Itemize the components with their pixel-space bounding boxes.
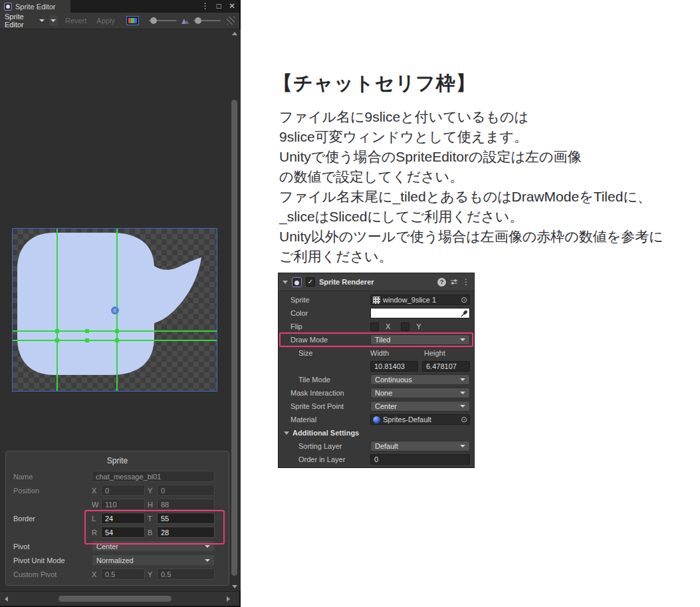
slice-guide-left[interactable] [57, 229, 58, 391]
apply-button[interactable]: Apply [94, 17, 118, 25]
sorting-layer-row: Sorting Layer Default [281, 439, 471, 453]
help-icon[interactable]: ? [437, 278, 446, 287]
scroll-left-icon[interactable] [5, 596, 8, 602]
grid-toggle-icon[interactable] [227, 17, 235, 25]
preset-icon[interactable] [450, 278, 458, 286]
slice-handle[interactable] [85, 338, 89, 342]
chevron-down-icon [460, 338, 465, 341]
pivot-dropdown[interactable]: Center [92, 541, 215, 552]
slice-handle[interactable] [55, 338, 59, 342]
instructions-line: 9slice可変ウィンドウとして使えます。 [279, 127, 663, 147]
size-height-field[interactable]: 6.478107 [422, 361, 470, 372]
sorting-layer-dropdown[interactable]: Default [370, 441, 470, 451]
tile-mode-row: Tile Mode Continuous [281, 373, 471, 386]
custom-pivot-y-field[interactable]: 0.5 [157, 568, 215, 580]
mode-dropdown[interactable]: Sprite Editor [5, 13, 45, 29]
flip-y-checkbox[interactable] [401, 322, 409, 331]
order-in-layer-row: Order in Layer 0 [281, 453, 471, 466]
draw-mode-dropdown[interactable]: Tiled [370, 334, 470, 345]
scroll-down-icon[interactable] [232, 585, 237, 588]
instructions-line: Unity以外のツールで使う場合は左画像の赤枠の数値を参考に [279, 227, 663, 247]
toolbar: Sprite Editor Revert Apply [0, 13, 239, 29]
pivot-handle[interactable] [111, 306, 119, 314]
object-picker-icon[interactable]: ⊙ [461, 416, 467, 424]
position-row-1: Position X 0 Y 0 [13, 485, 215, 496]
slider-knob[interactable] [195, 17, 201, 24]
inspector-body: Sprite window_9slice 1 ⊙ Color [279, 291, 474, 469]
titlebar: Sprite Editor ⋮ □ ✕ [0, 0, 239, 13]
sprite-sort-point-row: Sprite Sort Point Center [281, 400, 471, 413]
more-icon[interactable]: ⋮ [201, 0, 209, 13]
border-bottom-field[interactable]: 28 [157, 527, 215, 538]
sprite-renderer-icon [292, 277, 302, 287]
vertical-scrollbar[interactable] [229, 29, 240, 591]
slice-handle[interactable] [115, 329, 119, 333]
tile-mode-dropdown[interactable]: Continuous [370, 374, 470, 385]
material-object-field[interactable]: Sprites-Default ⊙ [370, 414, 470, 425]
instructions-line: _sliceはSlicedにしてご利用ください。 [279, 207, 663, 227]
size-labels-row: Size Width Height [281, 346, 471, 360]
custom-pivot-x-field[interactable]: 0.5 [101, 568, 145, 580]
horizontal-scrollbar-thumb[interactable] [58, 596, 172, 602]
chevron-down-icon [51, 19, 56, 22]
page: Sprite Editor ⋮ □ ✕ Sprite Editor Revert… [0, 0, 700, 607]
border-row-2: R 54 B 28 [13, 527, 215, 538]
slice-handle[interactable] [115, 338, 119, 342]
alpha-slider[interactable] [149, 20, 177, 21]
more-icon[interactable]: ⋮ [462, 277, 470, 287]
enabled-checkbox[interactable]: ✓ [306, 277, 315, 287]
slice-handle[interactable] [55, 329, 59, 333]
chevron-down-icon [460, 405, 465, 408]
position-row-2: W 110 H 88 [13, 499, 215, 510]
height-field[interactable]: 88 [157, 499, 215, 510]
name-field[interactable]: chat_message_bl01 [92, 471, 215, 482]
border-top-field[interactable]: 55 [157, 513, 215, 524]
sprite-sort-point-dropdown[interactable]: Center [370, 401, 470, 412]
flip-x-checkbox[interactable] [370, 322, 379, 331]
foldout-icon[interactable] [284, 431, 289, 435]
sprite-thumbnail-icon [373, 297, 380, 304]
close-icon[interactable]: ✕ [229, 0, 235, 13]
material-row: Material Sprites-Default ⊙ [281, 413, 471, 426]
inspector-header: ✓ Sprite Renderer ? ⋮ [279, 273, 474, 291]
scroll-right-icon[interactable] [227, 596, 230, 602]
position-x-field[interactable]: 0 [101, 485, 145, 496]
component-title: Sprite Renderer [319, 278, 433, 286]
position-y-field[interactable]: 0 [157, 485, 215, 496]
scroll-up-icon[interactable] [232, 32, 237, 35]
color-swatch[interactable] [370, 308, 470, 318]
width-field[interactable]: 110 [101, 499, 145, 510]
instructions-line: の数値で設定してください。 [279, 167, 663, 187]
chevron-down-icon [460, 392, 465, 394]
slider-knob[interactable] [150, 17, 157, 24]
vertical-scrollbar-thumb[interactable] [231, 100, 237, 576]
sprite-object-field[interactable]: window_9slice 1 ⊙ [370, 295, 470, 305]
tab-sprite-editor[interactable]: Sprite Editor [0, 0, 70, 13]
options-dropdown[interactable] [49, 15, 58, 26]
foldout-icon[interactable] [283, 281, 288, 284]
instructions-line: Unityで使う場合のSpriteEditorの設定は左の画像 [279, 147, 663, 167]
sprite-info-panel: Sprite Name chat_message_bl01 Position X… [5, 451, 229, 586]
slice-handle[interactable] [85, 329, 89, 333]
sprite-preview [12, 228, 217, 392]
chevron-down-icon [39, 19, 45, 22]
order-in-layer-field[interactable]: 0 [370, 454, 470, 465]
border-right-field[interactable]: 54 [101, 527, 145, 538]
pivot-unit-mode-dropdown[interactable]: Normalized [92, 554, 215, 566]
maximize-icon[interactable]: □ [217, 0, 221, 13]
horizontal-scrollbar[interactable] [0, 591, 239, 606]
color-channels-button[interactable] [126, 16, 139, 25]
name-row: Name chat_message_bl01 [13, 471, 215, 482]
color-row: Color [281, 306, 471, 320]
material-icon [373, 416, 380, 424]
editor-canvas[interactable]: Sprite Name chat_message_bl01 Position X… [0, 29, 241, 591]
mip-slider[interactable] [193, 20, 221, 21]
instructions-line: ファイル名に9sliceと付いているものは [279, 107, 663, 127]
eyedropper-icon[interactable] [461, 310, 468, 317]
border-left-field[interactable]: 24 [101, 513, 145, 524]
mask-interaction-dropdown[interactable]: None [370, 388, 470, 398]
size-width-field[interactable]: 10.81403 [370, 361, 418, 372]
object-picker-icon[interactable]: ⊙ [461, 296, 467, 304]
revert-button[interactable]: Revert [62, 17, 89, 25]
flip-row: Flip X Y [281, 320, 471, 333]
